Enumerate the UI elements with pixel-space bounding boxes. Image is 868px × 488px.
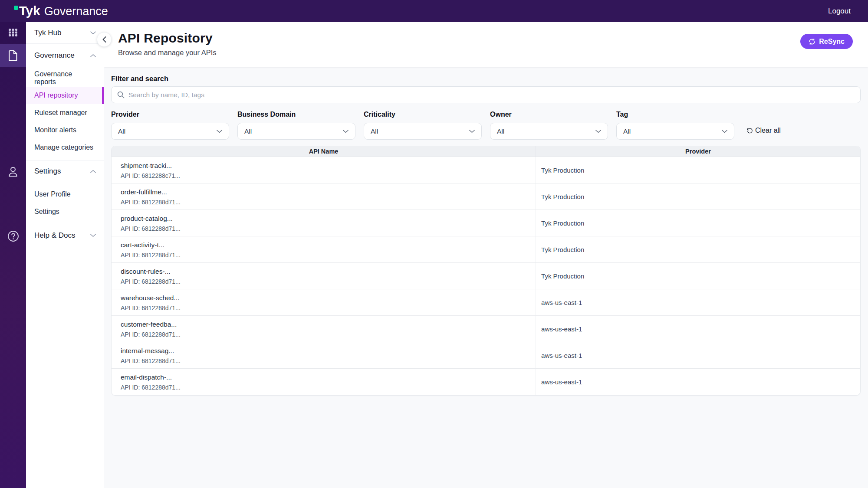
chevron-down-icon: [217, 130, 222, 133]
filter-label: Business Domain: [237, 111, 296, 118]
sidebar-item-ruleset-manager[interactable]: Ruleset manager: [26, 104, 104, 121]
api-id: API ID: 6812288d71...: [121, 383, 536, 392]
chevron-up-icon: [90, 170, 96, 173]
dropdown-value: All: [623, 128, 631, 135]
page-title: API Repository: [118, 31, 217, 46]
sidebar-section-tyk-hub[interactable]: Tyk Hub: [26, 22, 104, 44]
api-id: API ID: 6812288d71...: [121, 224, 536, 233]
collapse-sidebar-button[interactable]: [97, 32, 112, 47]
sidebar-item-label: API repository: [34, 92, 78, 99]
api-provider: Tyk Production: [536, 183, 860, 210]
filter-group-provider: Provider All: [111, 110, 229, 140]
api-name-cell: cart-activity-t... API ID: 6812288d71...: [112, 236, 536, 262]
sidebar-section-help-docs[interactable]: Help & Docs: [26, 224, 104, 246]
top-bar: Tyk Governance Logout: [0, 0, 868, 22]
api-id: API ID: 6812288d71...: [121, 304, 536, 312]
api-provider: aws-us-east-1: [536, 289, 860, 315]
table-row[interactable]: warehouse-sched... API ID: 6812288d71...…: [112, 289, 860, 316]
api-table-body: shipment-tracki... API ID: 6812288c71...…: [112, 157, 860, 395]
api-id: API ID: 6812288d71...: [121, 198, 536, 206]
filter-label: Provider: [111, 111, 139, 118]
sidebar-item-label: Governance reports: [34, 70, 95, 86]
table-row[interactable]: cart-activity-t... API ID: 6812288d71...…: [112, 236, 860, 263]
search-input[interactable]: [128, 91, 855, 99]
clear-all-button[interactable]: Clear all: [746, 127, 781, 134]
table-row[interactable]: discount-rules-... API ID: 6812288d71...…: [112, 263, 860, 289]
logo-primary-text: Tyk: [19, 4, 40, 18]
api-provider: Tyk Production: [536, 157, 860, 183]
logout-button[interactable]: Logout: [828, 7, 851, 16]
api-name: product-catalog...: [121, 214, 536, 223]
criticality-dropdown[interactable]: All: [364, 123, 482, 140]
rail-item-help[interactable]: [0, 228, 26, 244]
owner-dropdown[interactable]: All: [490, 123, 608, 140]
api-table: API Name Provider shipment-tracki... API…: [111, 146, 861, 396]
sidebar-section-settings[interactable]: Settings: [26, 160, 104, 182]
icon-rail: [0, 22, 26, 488]
api-name-cell: internal-messag... API ID: 6812288d71...: [112, 342, 536, 368]
api-name: warehouse-sched...: [121, 294, 536, 302]
search-icon: [117, 91, 125, 98]
sidebar-section-governance[interactable]: Governance: [26, 44, 104, 67]
filter-group-tag: Tag All: [616, 110, 734, 140]
table-row[interactable]: shipment-tracki... API ID: 6812288c71...…: [112, 157, 860, 183]
api-id: API ID: 6812288c71...: [121, 171, 536, 180]
dropdown-value: All: [244, 128, 252, 135]
chevron-down-icon: [469, 130, 475, 133]
chevron-down-icon: [343, 130, 349, 133]
rail-item-governance-active[interactable]: [0, 44, 26, 67]
table-row[interactable]: internal-messag... API ID: 6812288d71...…: [112, 342, 860, 369]
api-id: API ID: 6812288d71...: [121, 357, 536, 365]
sidebar-item-monitor-alerts[interactable]: Monitor alerts: [26, 121, 104, 139]
filter-label: Owner: [490, 111, 512, 118]
api-name: discount-rules-...: [121, 267, 536, 276]
api-name: internal-messag...: [121, 347, 536, 355]
api-name-cell: order-fulfillme... API ID: 6812288d71...: [112, 183, 536, 210]
chevron-down-icon: [722, 130, 727, 133]
api-name-cell: warehouse-sched... API ID: 6812288d71...: [112, 289, 536, 315]
api-name: shipment-tracki...: [121, 161, 536, 170]
sidebar: Tyk Hub Governance Governance reports AP…: [26, 22, 104, 488]
table-row[interactable]: product-catalog... API ID: 6812288d71...…: [112, 210, 860, 236]
table-row[interactable]: email-dispatch-... API ID: 6812288d71...…: [112, 369, 860, 395]
api-provider: Tyk Production: [536, 236, 860, 262]
undo-icon: [746, 128, 753, 134]
api-provider: aws-us-east-1: [536, 342, 860, 368]
filter-label: Tag: [616, 111, 628, 118]
sidebar-item-governance-reports[interactable]: Governance reports: [26, 69, 104, 87]
filter-label: Criticality: [364, 111, 395, 118]
sidebar-section-label: Settings: [34, 167, 61, 176]
api-id: API ID: 6812288d71...: [121, 251, 536, 259]
api-name: order-fulfillme...: [121, 188, 536, 197]
filter-row: Provider All Business Domain All Critica…: [111, 110, 861, 140]
api-table-header: API Name Provider: [112, 146, 860, 157]
search-box: [111, 86, 861, 103]
api-name-cell: product-catalog... API ID: 6812288d71...: [112, 210, 536, 236]
api-name: cart-activity-t...: [121, 241, 536, 249]
sidebar-item-label: Manage categories: [34, 144, 93, 151]
help-icon: [7, 230, 19, 242]
filter-group-criticality: Criticality All: [364, 110, 482, 140]
filter-group-business-domain: Business Domain All: [237, 110, 355, 140]
table-row[interactable]: order-fulfillme... API ID: 6812288d71...…: [112, 183, 860, 210]
business-domain-dropdown[interactable]: All: [237, 123, 355, 140]
api-id: API ID: 6812288d71...: [121, 330, 536, 339]
sidebar-section-label: Tyk Hub: [34, 29, 61, 37]
provider-dropdown[interactable]: All: [111, 123, 229, 140]
resync-icon: [809, 38, 815, 45]
sidebar-item-user-profile[interactable]: User Profile: [26, 186, 104, 203]
table-row[interactable]: customer-feedba... API ID: 6812288d71...…: [112, 316, 860, 342]
filter-section-title: Filter and search: [111, 74, 861, 83]
rail-item-user[interactable]: [0, 164, 26, 180]
sidebar-item-api-repository[interactable]: API repository: [26, 87, 104, 104]
sidebar-item-label: Ruleset manager: [34, 109, 87, 117]
chevron-down-icon: [595, 130, 601, 133]
sidebar-item-settings[interactable]: Settings: [26, 203, 104, 220]
apps-grid-icon[interactable]: [0, 25, 26, 40]
sidebar-item-manage-categories[interactable]: Manage categories: [26, 139, 104, 156]
api-name: customer-feedba...: [121, 320, 536, 329]
api-provider: aws-us-east-1: [536, 316, 860, 342]
resync-button[interactable]: ReSync: [800, 34, 853, 49]
tag-dropdown[interactable]: All: [616, 123, 734, 140]
sidebar-section-label: Governance: [34, 51, 75, 60]
